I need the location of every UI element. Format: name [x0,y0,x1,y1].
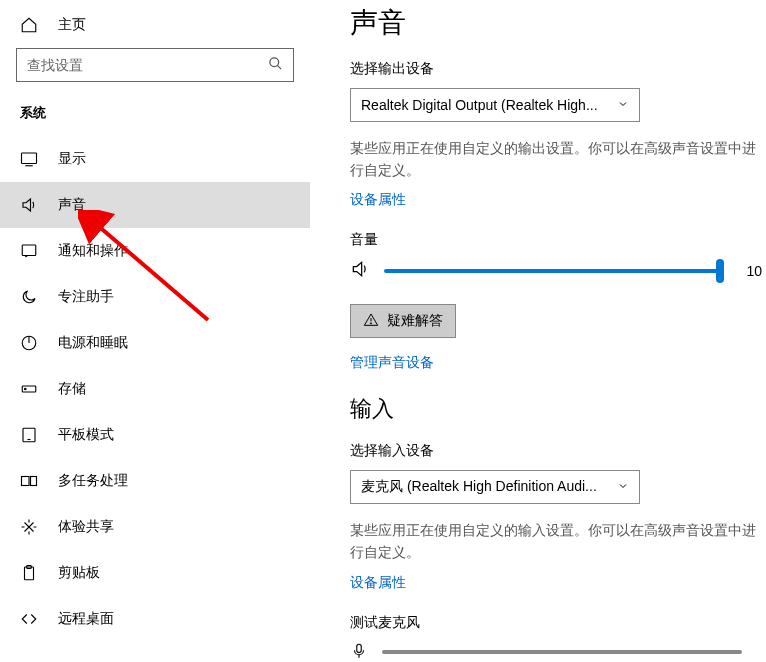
sidebar-item-tablet[interactable]: 平板模式 [0,412,310,458]
sidebar-item-label: 专注助手 [58,288,114,306]
svg-rect-17 [357,644,362,652]
sidebar-item-label: 声音 [58,196,86,214]
svg-rect-4 [22,245,36,256]
sidebar-item-label: 显示 [58,150,86,168]
test-mic-label: 测试麦克风 [350,614,766,632]
chevron-down-icon [617,479,629,495]
sidebar-item-clipboard[interactable]: 剪贴板 [0,550,310,596]
volume-label: 音量 [350,231,766,249]
volume-slider[interactable] [384,269,720,273]
input-choose-label: 选择输入设备 [350,442,766,460]
mic-level-bar [382,650,742,654]
page-title: 声音 [350,4,766,42]
notifications-icon [20,242,38,260]
svg-point-8 [25,388,27,390]
svg-point-0 [270,58,279,67]
mic-test-row [350,642,766,662]
sidebar-item-notifications[interactable]: 通知和操作 [0,228,310,274]
svg-line-1 [277,65,281,69]
search-icon [268,56,283,74]
volume-value: 10 [742,263,762,279]
output-choose-label: 选择输出设备 [350,60,766,78]
sound-icon [20,196,38,214]
microphone-icon [350,642,368,662]
power-icon [20,334,38,352]
svg-point-16 [370,323,371,324]
sidebar-item-label: 电源和睡眠 [58,334,128,352]
output-device-properties-link[interactable]: 设备属性 [350,191,406,209]
search-box[interactable] [16,48,294,82]
sidebar-item-display[interactable]: 显示 [0,136,310,182]
svg-rect-2 [22,153,37,164]
storage-icon [20,380,38,398]
sidebar-item-focus[interactable]: 专注助手 [0,274,310,320]
tablet-icon [20,426,38,444]
moon-icon [20,288,38,306]
clipboard-icon [20,564,38,582]
input-device-properties-link[interactable]: 设备属性 [350,574,406,592]
sidebar-item-remote[interactable]: 远程桌面 [0,596,310,642]
sidebar-item-label: 剪贴板 [58,564,100,582]
volume-row: 10 [350,259,766,282]
input-section-header: 输入 [350,394,766,424]
sidebar-item-label: 远程桌面 [58,610,114,628]
remote-icon [20,610,38,628]
multitask-icon [20,472,38,490]
input-note: 某些应用正在使用自定义的输入设置。你可以在高级声音设置中进行自定义。 [350,520,766,563]
speaker-icon [350,259,370,282]
display-icon [20,150,38,168]
output-troubleshoot-button[interactable]: 疑难解答 [350,304,456,338]
sidebar-item-power[interactable]: 电源和睡眠 [0,320,310,366]
svg-rect-12 [31,477,37,486]
sidebar: 主页 系统 显示 声音 通知和操作 专注助手 [0,0,310,662]
output-device-select[interactable]: Realtek Digital Output (Realtek High... [350,88,640,122]
volume-slider-thumb[interactable] [716,259,724,283]
warning-icon [363,312,379,331]
sidebar-item-share[interactable]: 体验共享 [0,504,310,550]
sidebar-item-label: 存储 [58,380,86,398]
sidebar-item-label: 体验共享 [58,518,114,536]
section-title: 系统 [0,100,310,136]
search-wrap [0,48,310,100]
home-nav[interactable]: 主页 [0,12,310,48]
input-device-text: 麦克风 (Realtek High Definition Audi... [361,478,609,496]
share-icon [20,518,38,536]
sidebar-item-storage[interactable]: 存储 [0,366,310,412]
manage-sound-devices-link[interactable]: 管理声音设备 [350,354,434,372]
home-icon [20,16,38,34]
sidebar-item-sound[interactable]: 声音 [0,182,310,228]
sidebar-item-label: 多任务处理 [58,472,128,490]
sidebar-item-label: 平板模式 [58,426,114,444]
output-note: 某些应用正在使用自定义的输出设置。你可以在高级声音设置中进行自定义。 [350,138,766,181]
chevron-down-icon [617,97,629,113]
search-input[interactable] [27,57,268,73]
sidebar-item-label: 通知和操作 [58,242,128,260]
troubleshoot-label: 疑难解答 [387,312,443,330]
input-device-select[interactable]: 麦克风 (Realtek High Definition Audi... [350,470,640,504]
output-device-text: Realtek Digital Output (Realtek High... [361,97,609,113]
home-label: 主页 [58,16,86,34]
sidebar-item-multitask[interactable]: 多任务处理 [0,458,310,504]
main-pane: 声音 选择输出设备 Realtek Digital Output (Realte… [310,0,766,662]
svg-rect-11 [22,477,30,486]
